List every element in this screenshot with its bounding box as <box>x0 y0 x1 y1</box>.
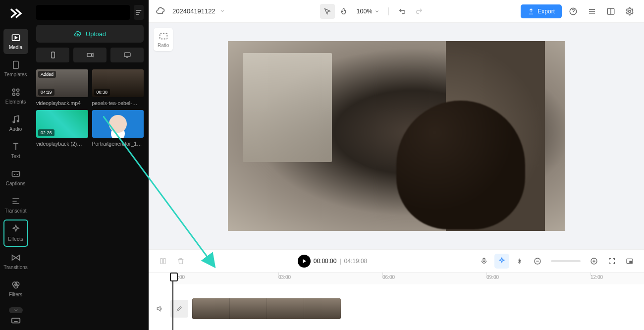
svg-rect-13 <box>51 52 54 58</box>
project-name[interactable]: 202404191122 <box>172 7 215 15</box>
ruler-tick: 09:00 <box>486 275 499 280</box>
rail-captions-label: Captions <box>6 181 25 186</box>
rail-templates[interactable]: Templates <box>3 56 28 81</box>
project-dropdown-icon[interactable] <box>219 7 225 16</box>
export-button[interactable]: Export <box>521 4 562 18</box>
preview-area[interactable]: Ratio <box>149 23 644 249</box>
device-camera-button[interactable] <box>73 48 107 62</box>
timeline[interactable]: 00:00 03:00 06:00 09:00 12:00 <box>149 272 644 330</box>
svg-point-2 <box>12 89 15 91</box>
app-logo[interactable] <box>7 5 24 22</box>
panels-button[interactable] <box>603 4 618 19</box>
zoom-value: 100% <box>357 8 373 15</box>
zoom-in-button[interactable] <box>587 254 601 269</box>
timeline-ruler[interactable]: 00:00 03:00 06:00 09:00 12:00 <box>170 273 644 284</box>
rail-text-label: Text <box>11 154 20 159</box>
zoom-out-button[interactable] <box>530 254 545 269</box>
svg-rect-20 <box>161 258 162 264</box>
ratio-button[interactable]: Ratio <box>154 28 173 51</box>
video-preview[interactable] <box>228 41 565 231</box>
redo-button[interactable] <box>412 4 427 19</box>
cut-tool-button[interactable] <box>512 254 527 269</box>
ratio-label: Ratio <box>158 43 169 48</box>
svg-rect-12 <box>11 318 20 323</box>
upload-button[interactable]: Upload <box>36 25 144 43</box>
media-item[interactable]: 00:38 pexels-tea-oebel-… <box>92 69 144 106</box>
svg-point-5 <box>16 93 19 96</box>
search-input[interactable] <box>36 5 130 20</box>
rail-transcript-label: Transcript <box>4 208 26 214</box>
time-current: 00:00:00 <box>314 258 337 265</box>
media-thumb: 00:38 <box>92 69 144 97</box>
svg-rect-21 <box>163 258 165 264</box>
zoom-level[interactable]: 100% <box>357 8 379 15</box>
ai-button[interactable] <box>494 254 509 269</box>
rail-media-label: Media <box>9 45 22 50</box>
track-row <box>149 296 644 321</box>
svg-rect-8 <box>12 171 19 176</box>
duration-badge: 04:19 <box>38 89 54 96</box>
media-name: videoplayback.mp4 <box>36 100 88 106</box>
media-item[interactable]: Portraitgenerator_1… <box>92 110 144 147</box>
ruler-tick: 12:00 <box>590 275 603 280</box>
track-mute-button[interactable] <box>149 305 170 313</box>
separator <box>388 7 389 15</box>
device-desktop-button[interactable] <box>110 48 144 62</box>
rail-effects-label: Effects <box>8 236 23 242</box>
playhead[interactable] <box>172 275 173 330</box>
device-phone-button[interactable] <box>36 48 69 62</box>
rail-templates-label: Templates <box>4 72 27 77</box>
fullscreen-button[interactable] <box>604 254 619 269</box>
cursor-tool-button[interactable] <box>320 4 335 19</box>
main-area: 202404191122 100% Export <box>149 0 644 330</box>
top-bar: 202404191122 100% Export <box>149 0 644 23</box>
svg-point-3 <box>16 89 19 91</box>
media-panel: Upload Added 04:19 videoplayback.mp4 00:… <box>31 0 149 330</box>
rail-audio-label: Audio <box>9 126 22 132</box>
rail-transitions[interactable]: Transitions <box>3 249 28 274</box>
pip-button[interactable] <box>622 254 637 269</box>
svg-rect-19 <box>160 34 167 39</box>
added-badge: Added <box>38 71 56 78</box>
svg-rect-14 <box>87 54 92 57</box>
delete-button[interactable] <box>173 254 188 269</box>
rail-elements[interactable]: Elements <box>3 83 28 109</box>
svg-rect-1 <box>13 61 18 69</box>
media-item[interactable]: Added 04:19 videoplayback.mp4 <box>36 69 88 106</box>
media-thumb: Added 04:19 <box>36 69 88 97</box>
zoom-slider[interactable] <box>551 260 581 262</box>
svg-point-18 <box>629 10 631 12</box>
rail-audio[interactable]: Audio <box>3 110 28 136</box>
upload-label: Upload <box>86 30 106 38</box>
preview-bg <box>446 41 545 231</box>
rail-media[interactable]: Media <box>3 29 28 54</box>
rail-transcript[interactable]: Transcript <box>3 192 28 218</box>
help-button[interactable] <box>566 4 581 19</box>
media-name: pexels-tea-oebel-… <box>92 100 144 106</box>
settings-button[interactable] <box>622 4 637 19</box>
time-sep: | <box>339 258 341 265</box>
rail-collapse-toggle[interactable] <box>9 307 23 313</box>
rail-elements-label: Elements <box>5 99 26 105</box>
mic-button[interactable] <box>477 254 491 269</box>
layout-button[interactable] <box>585 4 599 19</box>
rail-effects[interactable]: Effects <box>3 220 28 247</box>
rail-filters-label: Filters <box>9 292 22 297</box>
play-button[interactable] <box>298 255 311 268</box>
time-total: 04:19:08 <box>344 258 368 265</box>
hand-tool-button[interactable] <box>337 4 352 19</box>
rail-keyboard-icon[interactable] <box>10 315 21 328</box>
svg-rect-26 <box>630 261 632 263</box>
svg-point-7 <box>17 120 18 122</box>
undo-button[interactable] <box>395 4 410 19</box>
rail-captions[interactable]: Captions <box>3 165 28 190</box>
ruler-tick: 06:00 <box>382 275 395 280</box>
rail-text[interactable]: Text <box>3 138 28 163</box>
split-button[interactable] <box>156 254 170 269</box>
rail-filters[interactable]: Filters <box>3 276 28 301</box>
media-name: Portraitgenerator_1… <box>92 141 144 147</box>
media-item[interactable]: 02:26 videoplayback (2)… <box>36 110 88 147</box>
timeline-clip[interactable] <box>192 298 341 319</box>
filter-toggle-button[interactable] <box>134 5 144 20</box>
cloud-sync-icon[interactable] <box>156 5 165 17</box>
